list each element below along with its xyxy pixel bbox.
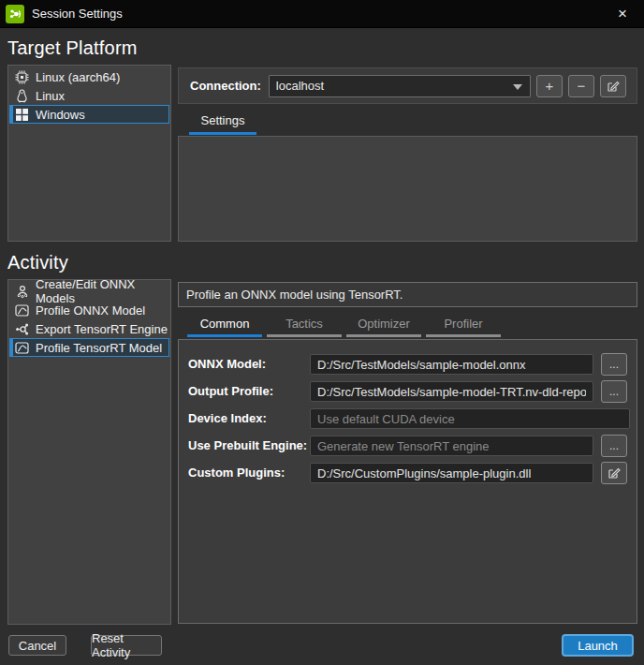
tab-profiler[interactable]: Profiler <box>426 315 501 337</box>
onnx-model-browse-button[interactable]: ... <box>601 353 627 376</box>
activity-description: Profile an ONNX model using TensorRT. <box>178 282 637 307</box>
edit-connection-button[interactable] <box>600 75 626 97</box>
window-title: Session Settings <box>32 7 123 21</box>
tab-common[interactable]: Common <box>187 315 262 337</box>
target-platform-heading: Target Platform <box>7 37 138 59</box>
activity-item-profile-tensorrt[interactable]: Profile TensorRT Model <box>9 338 169 357</box>
platform-item-linux[interactable]: Linux <box>9 86 169 105</box>
molecule-icon <box>15 322 29 336</box>
activity-list: Create/Edit ONNX Models Profile ONNX Mod… <box>7 279 171 625</box>
activity-item-export-tensorrt[interactable]: Export TensorRT Engine <box>9 319 169 338</box>
form-row-onnx-model: ONNX Model: ... <box>179 353 637 376</box>
tab-tactics-underline <box>267 334 342 337</box>
form-row-device-index: Device Index: <box>179 407 637 430</box>
pencil-icon <box>607 466 621 480</box>
add-connection-button[interactable]: + <box>536 75 563 97</box>
custom-plugins-edit-button[interactable] <box>601 462 627 484</box>
tab-profiler-underline <box>426 334 501 337</box>
form-row-use-prebuilt-engine: Use Prebuilt Engine: ... <box>179 435 637 457</box>
launch-button[interactable]: Launch <box>562 634 634 657</box>
onnx-model-label: ONNX Model: <box>188 357 266 371</box>
tab-settings-underline <box>189 132 256 135</box>
use-prebuilt-engine-label: Use Prebuilt Engine: <box>188 438 307 452</box>
penguin-icon <box>15 89 29 103</box>
activity-tabs: Common Tactics Optimizer Profiler <box>187 315 501 337</box>
settings-content-panel <box>178 136 637 242</box>
output-profile-browse-button[interactable]: ... <box>601 380 627 403</box>
activity-item-label: Export TensorRT Engine <box>36 322 168 336</box>
custom-plugins-label: Custom Plugins: <box>188 466 285 480</box>
windows-icon <box>15 108 29 122</box>
chevron-down-icon <box>513 84 522 90</box>
connection-panel: Connection: localhost + − <box>178 67 637 104</box>
connection-label: Connection: <box>190 79 261 93</box>
common-tab-form: ONNX Model: ... Output Profile: ... Devi… <box>178 339 637 624</box>
activity-item-create-edit-onnx[interactable]: Create/Edit ONNX Models <box>9 282 169 301</box>
tab-tactics-label: Tactics <box>285 317 323 331</box>
custom-plugins-input[interactable] <box>310 463 593 483</box>
tab-optimizer-label: Optimizer <box>358 317 410 331</box>
pencil-icon <box>607 80 620 93</box>
onnx-model-input[interactable] <box>310 354 593 375</box>
cancel-button[interactable]: Cancel <box>8 635 66 656</box>
platform-item-linux-aarch64[interactable]: Linux (aarch64) <box>9 67 169 86</box>
tab-optimizer-underline <box>346 334 421 337</box>
activity-item-label: Profile ONNX Model <box>36 303 145 318</box>
close-icon[interactable]: × <box>601 0 644 28</box>
tab-optimizer[interactable]: Optimizer <box>346 315 421 337</box>
tab-common-label: Common <box>200 317 250 331</box>
tab-common-underline <box>187 334 262 337</box>
use-prebuilt-engine-input[interactable] <box>310 436 593 456</box>
nvidia-app-icon <box>6 5 24 23</box>
device-index-input[interactable] <box>310 408 630 429</box>
platform-item-label: Windows <box>36 108 85 122</box>
chip-icon <box>15 70 29 84</box>
tab-tactics[interactable]: Tactics <box>267 315 342 337</box>
person-network-icon <box>15 285 29 299</box>
session-settings-dialog: Session Settings × Target Platform Linux… <box>0 0 644 665</box>
tab-settings-label: Settings <box>201 113 245 127</box>
output-profile-input[interactable] <box>310 381 593 402</box>
form-row-output-profile: Output Profile: ... <box>179 380 637 403</box>
connection-dropdown[interactable]: localhost <box>269 75 531 97</box>
device-index-label: Device Index: <box>188 411 267 425</box>
platform-list: Linux (aarch64) Linux Windo <box>7 65 171 242</box>
platform-item-windows[interactable]: Windows <box>9 105 169 124</box>
activity-item-label: Create/Edit ONNX Models <box>36 277 168 305</box>
reset-activity-button[interactable]: Reset Activity <box>91 635 162 656</box>
form-row-custom-plugins: Custom Plugins: <box>179 462 637 484</box>
profile-chart-icon <box>15 303 29 318</box>
platform-item-label: Linux <box>36 89 65 103</box>
platform-item-label: Linux (aarch64) <box>36 70 120 84</box>
titlebar: Session Settings × <box>0 0 644 28</box>
remove-connection-button[interactable]: − <box>568 75 594 97</box>
activity-heading: Activity <box>7 252 68 273</box>
profile-chart-icon <box>15 341 29 355</box>
tab-settings[interactable]: Settings <box>189 111 256 133</box>
use-prebuilt-engine-browse-button[interactable]: ... <box>601 435 627 457</box>
output-profile-label: Output Profile: <box>188 384 273 398</box>
activity-item-label: Profile TensorRT Model <box>36 341 162 355</box>
connection-value: localhost <box>276 79 324 93</box>
tab-profiler-label: Profiler <box>444 317 482 331</box>
